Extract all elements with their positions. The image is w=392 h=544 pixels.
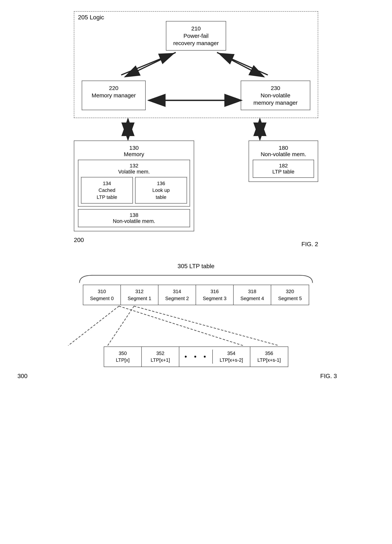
ltp-table-label: 305 LTP table	[18, 263, 374, 270]
page-wrapper: 205 Logic 210 Power-fail recovery manage…	[0, 0, 392, 391]
segment-2: 314 Segment 2	[158, 285, 196, 305]
ltp-box: 182 LTP table	[253, 160, 314, 178]
nonvol-inner: 138 Non-volatile mem.	[78, 209, 190, 227]
svg-line-18	[119, 306, 243, 346]
segment-5: 320 Segment 5	[271, 285, 309, 305]
nvm-box: 230 Non-volatile memory manager	[241, 81, 310, 110]
arrows-mid	[74, 118, 318, 141]
segment-3: 316 Segment 3	[196, 285, 234, 305]
second-row: 220 Memory manager 230 Non-volatile memo…	[82, 81, 310, 110]
sub-boxes-row: 134 Cached LTP table 136 Look up table	[81, 177, 187, 203]
logic-label: 205 Logic	[78, 14, 104, 21]
nvm-label: 230 Non-volatile memory manager	[245, 84, 306, 106]
svg-line-15	[68, 306, 119, 346]
memory-outer: 130 Memory 132 Volatile mem. 134 Cached …	[74, 141, 194, 231]
svg-line-17	[134, 306, 279, 346]
volatile-title: 132 Volatile mem.	[81, 163, 187, 175]
segment-1: 312 Segment 1	[121, 285, 158, 305]
nvm-outer: 180 Non-volatile mem. 182 LTP table	[249, 141, 318, 182]
fig3-diagram: 305 LTP table 310 Segment 0 312 Segment …	[18, 263, 374, 380]
memory-title: 130 Memory	[78, 145, 190, 158]
arrows-top	[82, 51, 311, 81]
expand-svg	[27, 305, 365, 347]
ltp-entries-row: 350 LTP[x] 352 LTP[x+1] • • • 354 LTP[x+…	[104, 347, 288, 367]
fig2-diagram: 205 Logic 210 Power-fail recovery manage…	[15, 11, 377, 248]
fig3-bottom-labels: 300 FIG. 3	[18, 373, 337, 380]
segments-row: 310 Segment 0 312 Segment 1 314 Segment …	[83, 285, 309, 305]
horiz-arrow	[82, 100, 311, 101]
mm-box: 220 Memory manager	[82, 81, 146, 110]
segments-container: 310 Segment 0 312 Segment 1 314 Segment …	[18, 285, 374, 305]
ltp-entry-1: 352 LTP[x+1]	[142, 347, 179, 367]
ltp-entries-container: 350 LTP[x] 352 LTP[x+1] • • • 354 LTP[x+…	[18, 347, 374, 367]
brace-svg	[65, 273, 327, 285]
segment-4: 318 Segment 4	[234, 285, 271, 305]
fig3-num-left: 300	[18, 373, 27, 380]
nvm-outer-title: 180 Non-volatile mem.	[253, 145, 314, 158]
ltp-entry-3: 356 LTP[x+s-1]	[250, 347, 288, 367]
ltp-entry-2: 354 LTP[x+s-2]	[213, 347, 250, 367]
segment-0: 310 Segment 0	[83, 285, 121, 305]
memory-section: 130 Memory 132 Volatile mem. 134 Cached …	[74, 141, 318, 231]
logic-box: 205 Logic 210 Power-fail recovery manage…	[74, 11, 318, 118]
ltp-entry-0: 350 LTP[x]	[104, 347, 142, 367]
mm-label: 220 Memory manager	[86, 84, 142, 99]
fig2-bottom-labels: 200 FIG. 2	[74, 235, 318, 248]
dots-cell: • • •	[179, 350, 213, 364]
pfr-box: 210 Power-fail recovery manager	[166, 21, 226, 51]
svg-line-4	[121, 53, 174, 75]
pfr-label: 210 Power-fail recovery manager	[170, 25, 222, 47]
fig2-num-right: FIG. 2	[301, 241, 318, 248]
fig3-num-right: FIG. 3	[320, 373, 337, 380]
volatile-box: 132 Volatile mem. 134 Cached LTP table 1…	[78, 160, 190, 207]
expand-area	[18, 305, 374, 347]
svg-line-5	[219, 53, 268, 75]
cached-ltp-box: 134 Cached LTP table	[81, 177, 133, 203]
lookup-box: 136 Look up table	[135, 177, 187, 203]
fig2-num-left: 200	[74, 237, 84, 248]
